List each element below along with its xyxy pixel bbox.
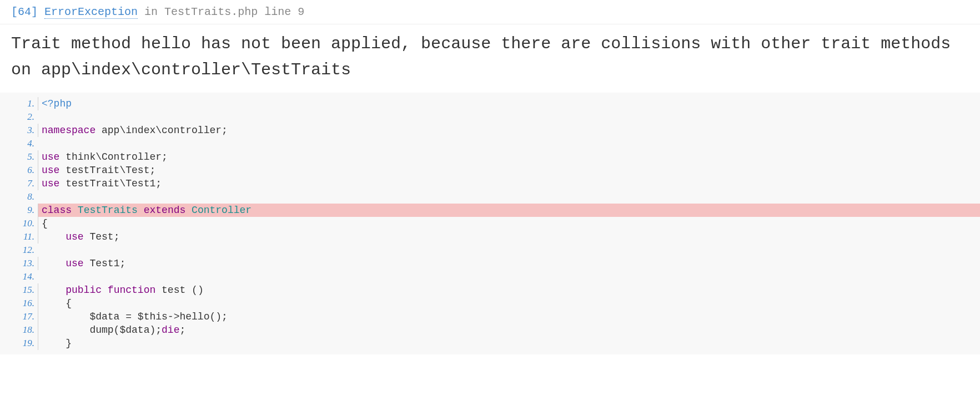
source-line: 13. use Test1;	[0, 257, 980, 270]
line-content: public function test ()	[38, 283, 980, 297]
line-number: 2.	[0, 110, 38, 124]
line-content: {	[38, 217, 980, 230]
source-line: 15. public function test ()	[0, 283, 980, 297]
error-message: Trait method hello has not been applied,…	[0, 24, 980, 93]
in-word: in	[144, 6, 158, 18]
line-number: 17.	[0, 310, 38, 323]
line-number: 16.	[0, 297, 38, 310]
source-line: 7.use testTrait\Test1;	[0, 177, 980, 190]
source-line: 14.	[0, 270, 980, 283]
line-content: }	[38, 337, 980, 350]
source-line: 5.use think\Controller;	[0, 150, 980, 164]
source-line: 8.	[0, 190, 980, 204]
source-line: 19. }	[0, 337, 980, 350]
source-line: 4.	[0, 137, 980, 150]
source-line: 18. dump($data);die;	[0, 323, 980, 337]
source-line: 6.use testTrait\Test;	[0, 164, 980, 177]
line-content: <?php	[38, 97, 980, 110]
line-content: class TestTraits extends Controller	[38, 204, 980, 217]
line-number: 3.	[0, 124, 38, 137]
line-number: 11.	[0, 230, 38, 243]
line-number: 9.	[0, 204, 38, 217]
line-number: 4.	[0, 137, 38, 150]
line-content: $data = $this->hello();	[38, 310, 980, 323]
line-number: 5.	[0, 150, 38, 164]
line-number: 18.	[0, 323, 38, 337]
line-number: 13.	[0, 257, 38, 270]
source-code-listing: 1.<?php2.3.namespace app\index\controlle…	[0, 97, 980, 350]
source-line: 3.namespace app\index\controller;	[0, 124, 980, 137]
line-content: use testTrait\Test1;	[38, 177, 980, 190]
source-line: 10.{	[0, 217, 980, 230]
line-number: 8.	[0, 190, 38, 204]
exception-name-link[interactable]: ErrorException	[44, 6, 138, 19]
line-content: use think\Controller;	[38, 150, 980, 164]
line-number: 7.	[0, 177, 38, 190]
line-content: use testTrait\Test;	[38, 164, 980, 177]
line-content: namespace app\index\controller;	[38, 124, 980, 137]
source-line: 17. $data = $this->hello();	[0, 310, 980, 323]
line-content: {	[38, 297, 980, 310]
source-line: 16. {	[0, 297, 980, 310]
line-number: 14.	[0, 270, 38, 283]
source-line: 2.	[0, 110, 980, 124]
source-code-panel: 1.<?php2.3.namespace app\index\controlle…	[0, 93, 980, 354]
line-number: 15.	[0, 283, 38, 297]
line-number: 19.	[0, 337, 38, 350]
error-location: TestTraits.php line 9	[164, 6, 304, 18]
line-content: dump($data);die;	[38, 323, 980, 337]
line-number: 10.	[0, 217, 38, 230]
error-code: [64]	[11, 6, 38, 18]
source-line: 12.	[0, 243, 980, 257]
line-number: 12.	[0, 243, 38, 257]
line-content: use Test;	[38, 230, 980, 243]
line-number: 6.	[0, 164, 38, 177]
source-line: 1.<?php	[0, 97, 980, 110]
error-header: [64] ErrorException in TestTraits.php li…	[0, 0, 980, 24]
source-line: 9.class TestTraits extends Controller	[0, 204, 980, 217]
source-line: 11. use Test;	[0, 230, 980, 243]
line-content: use Test1;	[38, 257, 980, 270]
line-number: 1.	[0, 97, 38, 110]
